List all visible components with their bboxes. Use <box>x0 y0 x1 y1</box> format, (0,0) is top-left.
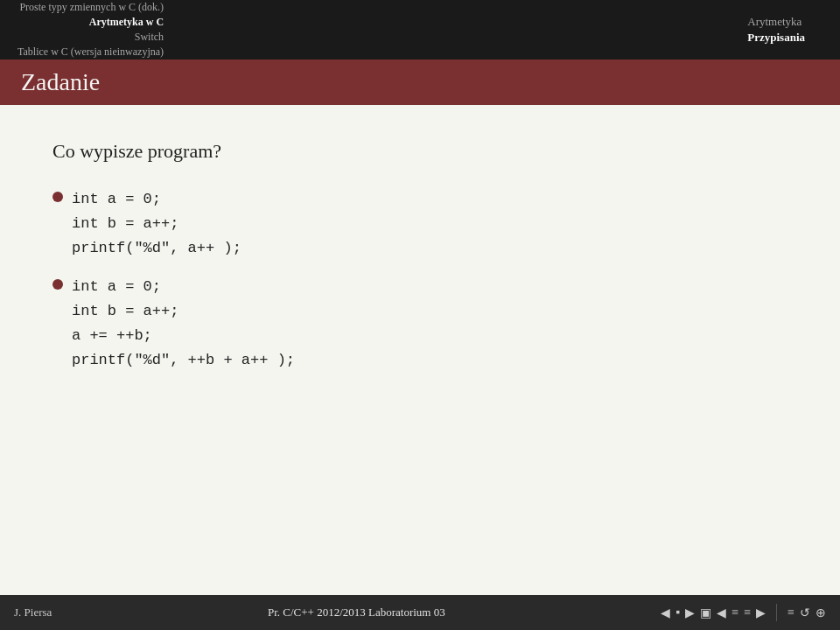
code-line-1-3: printf("%d", a++ ); <box>72 240 242 256</box>
bottom-title: Pr. C/C++ 2012/2013 Laboratorium 03 <box>268 606 445 620</box>
nav-page-icon[interactable]: ▣ <box>700 606 711 620</box>
nav-item-2[interactable]: Arytmetyka w C <box>89 16 164 29</box>
nav-zoom-icon[interactable]: ↺ <box>800 606 810 620</box>
code-line-2-4: printf("%d", ++b + a++ ); <box>72 352 295 368</box>
nav-item-4[interactable]: Tablice w C (wersja nieinwazyjna) <box>18 46 164 59</box>
code-line-1-2: int b = a++; <box>72 215 178 232</box>
nav-item-3[interactable]: Switch <box>135 31 164 44</box>
section-title-bar: Zadanie <box>0 60 840 105</box>
bottom-nav-icons: ◀ ▪ ▶ ▣ ◀ ≡ ≡ ▶ ≡ ↺ ⊕ <box>661 604 826 621</box>
nav-prev-icon[interactable]: ◀ <box>661 606 670 620</box>
code-line-2-3: a += ++b; <box>72 327 152 344</box>
nav-left: Proste typy zmiennych w C (dok.) Arytmet… <box>0 0 181 66</box>
nav-next-icon[interactable]: ▶ <box>685 606 695 620</box>
code-line-1-1: int a = 0; <box>72 191 161 207</box>
bullet-code-2: int a = 0; int b = a++; a += ++b; printf… <box>72 275 295 373</box>
nav-search-icon[interactable]: ⊕ <box>816 606 826 620</box>
bullet-code-1: int a = 0; int b = a++; printf("%d", a++… <box>72 187 242 261</box>
nav-divider <box>776 604 777 621</box>
bullet-dot-2 <box>52 279 63 290</box>
nav-list1-icon[interactable]: ≡ <box>732 606 738 620</box>
code-line-2-2: int b = a++; <box>72 303 178 319</box>
nav-rect-icon[interactable]: ▪ <box>676 606 680 620</box>
nav-menu-icon[interactable]: ≡ <box>788 606 794 620</box>
bullet-item-2: int a = 0; int b = a++; a += ++b; printf… <box>52 275 788 373</box>
nav-prev2-icon[interactable]: ◀ <box>717 606 726 620</box>
main-content: Co wypisze program? int a = 0; int b = a… <box>0 105 840 595</box>
nav-right: Arytmetyka Przypisania <box>730 8 822 52</box>
nav-next2-icon[interactable]: ▶ <box>756 606 766 620</box>
question-text: Co wypisze program? <box>52 140 788 163</box>
nav-right-item-1[interactable]: Arytmetyka <box>747 15 802 29</box>
nav-right-item-2[interactable]: Przypisania <box>747 31 805 45</box>
bullet-dot-1 <box>52 192 63 202</box>
top-navigation-bar: Proste typy zmiennych w C (dok.) Arytmet… <box>0 0 840 60</box>
section-title: Zadanie <box>21 68 100 96</box>
nav-item-1[interactable]: Proste typy zmiennych w C (dok.) <box>19 1 164 14</box>
bullet-item-1: int a = 0; int b = a++; printf("%d", a++… <box>52 187 788 261</box>
code-line-2-1: int a = 0; <box>72 278 161 295</box>
bottom-author: J. Piersa <box>14 606 52 620</box>
nav-list2-icon[interactable]: ≡ <box>744 606 751 620</box>
bottom-bar: J. Piersa Pr. C/C++ 2012/2013 Laboratori… <box>0 595 840 630</box>
